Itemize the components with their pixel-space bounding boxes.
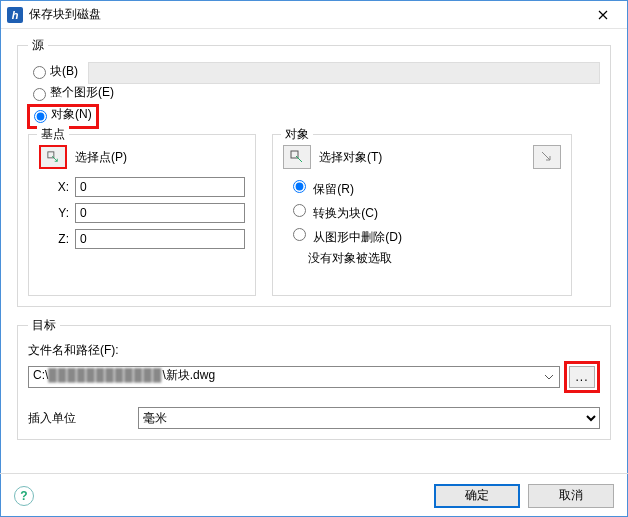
- radio-drawing-label: 整个图形(E): [50, 84, 114, 101]
- target-legend: 目标: [28, 317, 60, 334]
- units-select[interactable]: 毫米: [138, 407, 600, 429]
- pick-point-icon: [47, 150, 59, 164]
- radio-drawing[interactable]: [33, 88, 46, 101]
- bottom-bar: ? 确定 取消: [0, 473, 628, 517]
- quick-select-button[interactable]: [533, 145, 561, 169]
- units-label: 插入单位: [28, 410, 128, 427]
- radio-block-label: 块(B): [50, 63, 78, 80]
- radio-convert-wrap[interactable]: 转换为块(C): [288, 201, 561, 222]
- quick-select-icon: [540, 150, 554, 164]
- radio-objects-label: 对象(N): [51, 106, 92, 123]
- select-objects-button[interactable]: [283, 145, 311, 169]
- block-select[interactable]: [88, 62, 600, 84]
- basepoint-group: 基点 选择点(P) X: Y:: [28, 134, 256, 296]
- radio-drawing-wrap[interactable]: 整个图形(E): [28, 84, 114, 101]
- radio-convert-label: 转换为块(C): [313, 206, 378, 220]
- radio-objects-wrap[interactable]: 对象(N): [29, 106, 92, 123]
- select-objects-icon: [290, 150, 304, 164]
- basepoint-legend: 基点: [37, 126, 69, 143]
- app-icon: h: [7, 7, 23, 23]
- radio-block[interactable]: [33, 66, 46, 79]
- path-label: 文件名和路径(F):: [28, 342, 600, 359]
- browse-button[interactable]: ...: [569, 366, 595, 388]
- radio-block-wrap[interactable]: 块(B): [28, 63, 78, 80]
- path-input[interactable]: C:\████████████\新块.dwg: [28, 366, 560, 388]
- radio-retain-wrap[interactable]: 保留(R): [288, 177, 561, 198]
- radio-delete-label: 从图形中删除(D): [313, 230, 402, 244]
- path-redacted: ████████████: [48, 368, 162, 382]
- close-icon: [598, 10, 608, 20]
- z-label: Z:: [39, 232, 69, 246]
- radio-delete[interactable]: [293, 228, 306, 241]
- help-button[interactable]: ?: [14, 486, 34, 506]
- radio-objects[interactable]: [34, 110, 47, 123]
- radio-convert[interactable]: [293, 204, 306, 217]
- pick-point-label: 选择点(P): [75, 149, 127, 166]
- title-bar: h 保存块到磁盘: [1, 1, 627, 29]
- x-label: X:: [39, 180, 69, 194]
- objects-group: 对象 选择对象(T): [272, 134, 572, 296]
- y-label: Y:: [39, 206, 69, 220]
- path-prefix: C:\: [33, 368, 48, 382]
- select-objects-label: 选择对象(T): [319, 149, 382, 166]
- selection-status: 没有对象被选取: [308, 250, 561, 267]
- objects-legend: 对象: [281, 126, 313, 143]
- y-input[interactable]: [75, 203, 245, 223]
- path-suffix: \新块.dwg: [162, 368, 215, 382]
- radio-delete-wrap[interactable]: 从图形中删除(D): [288, 225, 561, 246]
- close-button[interactable]: [585, 1, 621, 29]
- x-input[interactable]: [75, 177, 245, 197]
- pick-point-button[interactable]: [39, 145, 67, 169]
- ok-button[interactable]: 确定: [434, 484, 520, 508]
- z-input[interactable]: [75, 229, 245, 249]
- dialog-content: 源 块(B) 整个图形(E) 对象(N): [1, 29, 627, 440]
- cancel-button[interactable]: 取消: [528, 484, 614, 508]
- source-legend: 源: [28, 37, 48, 54]
- source-group: 源 块(B) 整个图形(E) 对象(N): [17, 37, 611, 307]
- radio-retain-label: 保留(R): [313, 182, 354, 196]
- window-title: 保存块到磁盘: [29, 6, 585, 23]
- target-group: 目标 文件名和路径(F): C:\████████████\新块.dwg ...…: [17, 317, 611, 440]
- radio-retain[interactable]: [293, 180, 306, 193]
